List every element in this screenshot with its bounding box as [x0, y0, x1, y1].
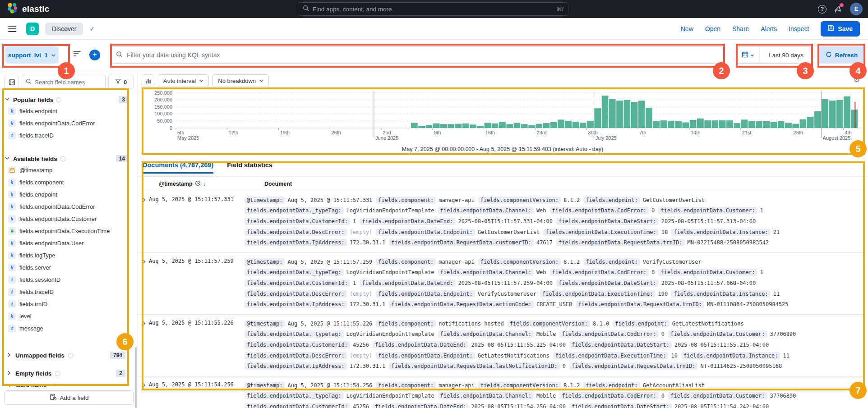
- field-chip[interactable]: fields.endpoint:: [583, 258, 640, 266]
- field-chip[interactable]: fields.endpointData.ExecutionTime:: [543, 229, 659, 236]
- field-chip[interactable]: fields.endpointData.RequestData.customer…: [389, 239, 534, 246]
- field-chip[interactable]: fields.endpointData._typeTag:: [245, 269, 344, 276]
- expand-row-button[interactable]: [138, 318, 149, 371]
- field-chip[interactable]: fields.endpointData.DateEnd:: [360, 218, 455, 225]
- field-chip[interactable]: fields.endpointData.CodError:: [559, 330, 659, 338]
- action-inspect[interactable]: Inspect: [789, 25, 809, 32]
- refresh-button[interactable]: Refresh: [818, 46, 865, 64]
- field-chip[interactable]: fields.endpointData.DescError:: [245, 352, 347, 359]
- field-chip[interactable]: fields.endpointData.Endpoint:: [376, 352, 475, 359]
- field-chip[interactable]: fields.endpointData.DateStart:: [569, 403, 672, 408]
- field-chip[interactable]: fields.componentVersion:: [478, 382, 561, 389]
- field-chip[interactable]: fields.componentVersion:: [478, 197, 561, 204]
- date-picker[interactable]: Last 90 days: [736, 46, 813, 64]
- field-chip[interactable]: fields.endpointData.RequestData.actionCo…: [389, 301, 534, 308]
- field-chip[interactable]: fields.component:: [376, 197, 436, 204]
- user-avatar[interactable]: E: [850, 3, 863, 15]
- field-group-empty-fields[interactable]: Empty fields2: [5, 364, 129, 382]
- field-chip[interactable]: fields.endpointData.Customer:: [668, 330, 767, 338]
- field-item[interactable]: kfields.endpointData.CodError: [5, 117, 129, 129]
- field-item[interactable]: kfields.endpoint: [5, 105, 129, 117]
- expand-row-button[interactable]: [138, 257, 149, 310]
- field-chip[interactable]: @timestamp:: [245, 320, 285, 327]
- field-search-input[interactable]: [35, 79, 89, 86]
- field-chip[interactable]: fields.endpointData.CustomerId:: [245, 403, 350, 408]
- global-search-input[interactable]: Find apps, content, and more. ⌘/: [298, 2, 568, 16]
- field-chip[interactable]: fields.endpointData.Channel:: [438, 330, 534, 338]
- field-chip[interactable]: fields.endpoint:: [583, 197, 640, 204]
- field-chip[interactable]: fields.endpointData.RequestData.trnID:: [576, 301, 704, 308]
- field-item[interactable]: kfields.endpointData.Customer: [5, 213, 129, 225]
- field-item[interactable]: tfields.traceID: [5, 129, 129, 142]
- tab-documents[interactable]: Documents (4,787,269): [143, 161, 213, 174]
- filter-icon[interactable]: [74, 51, 81, 56]
- add-field-button[interactable]: Add a field: [5, 390, 134, 405]
- field-item[interactable]: tfields.sessionID: [5, 274, 129, 286]
- field-chip[interactable]: fields.endpointData._typeTag:: [245, 207, 344, 214]
- kql-query-bar[interactable]: [110, 46, 724, 64]
- field-item[interactable]: tmessage: [5, 322, 129, 335]
- interval-dropdown[interactable]: Auto interval: [158, 74, 209, 87]
- field-group-unmapped-fields[interactable]: Unmapped fields794: [5, 346, 129, 364]
- action-alerts[interactable]: Alerts: [761, 25, 777, 32]
- field-group-header-available-fields[interactable]: Available fields14: [5, 155, 129, 163]
- field-chip[interactable]: fields.endpointData.CodError:: [559, 392, 659, 399]
- field-chip[interactable]: fields.endpointData.Channel:: [438, 392, 534, 399]
- filter-by-type-button[interactable]: 0: [108, 75, 134, 89]
- field-chip[interactable]: fields.endpointData.CustomerId:: [245, 280, 350, 287]
- field-item[interactable]: tfields.trnID: [5, 298, 129, 310]
- field-chip[interactable]: @timestamp:: [245, 382, 285, 389]
- collapse-sidebar-button[interactable]: [5, 75, 19, 89]
- field-chip[interactable]: fields.endpointData.Instance:: [671, 290, 771, 298]
- discover-app-badge[interactable]: D: [26, 23, 39, 35]
- action-open[interactable]: Open: [705, 25, 720, 32]
- field-item[interactable]: kfields.server: [5, 261, 129, 274]
- field-chip[interactable]: fields.endpointData.DateStart:: [556, 280, 659, 287]
- field-chip[interactable]: fields.componentVersion:: [478, 258, 561, 266]
- field-chip[interactable]: fields.endpointData.RequestData.trnID:: [556, 239, 685, 246]
- field-chip[interactable]: fields.component:: [376, 382, 436, 389]
- histogram[interactable]: 050,000100,000150,000200,000250,0005th12…: [139, 87, 866, 146]
- field-chip[interactable]: fields.endpointData.DescError:: [245, 290, 347, 298]
- field-chip[interactable]: fields.endpointData.Channel:: [438, 207, 534, 214]
- field-chip[interactable]: fields.endpointData.RequestData.lastNoti…: [389, 362, 559, 370]
- elastic-logo[interactable]: elastic: [0, 2, 50, 16]
- field-chip[interactable]: fields.endpointData.IpAddress:: [245, 239, 347, 246]
- field-chip[interactable]: fields.componentVersion:: [508, 320, 590, 327]
- field-item[interactable]: kfields.component: [5, 176, 129, 188]
- help-icon[interactable]: ?: [818, 5, 826, 14]
- field-chip[interactable]: fields.endpointData.CustomerId:: [245, 218, 350, 225]
- tab-field-statistics[interactable]: Field statistics: [227, 161, 272, 174]
- field-item[interactable]: kfields.endpointData.User: [5, 237, 129, 249]
- expand-row-button[interactable]: [138, 380, 149, 408]
- field-chip[interactable]: fields.endpointData.Customer:: [658, 207, 757, 214]
- timestamp-column-header[interactable]: @timestamp: [159, 181, 193, 187]
- field-chip[interactable]: fields.endpointData.DateEnd:: [373, 403, 468, 408]
- gear-icon[interactable]: ⚙: [854, 76, 860, 83]
- field-item[interactable]: klevel: [5, 310, 129, 322]
- field-chip[interactable]: fields.endpointData.Instance:: [671, 229, 771, 236]
- add-filter-button[interactable]: +: [89, 50, 100, 60]
- field-group-header-popular-fields[interactable]: Popular fields3: [5, 96, 129, 104]
- field-search-box[interactable]: [22, 75, 106, 89]
- announcements-icon[interactable]: [834, 5, 843, 14]
- data-view-picker[interactable]: support_lvl_1: [5, 46, 59, 64]
- expand-row-button[interactable]: [138, 195, 149, 248]
- field-group-meta-fields[interactable]: Meta fields: [5, 382, 129, 387]
- field-item[interactable]: @timestamp: [5, 164, 129, 176]
- field-chip[interactable]: fields.endpointData.IpAddress:: [245, 301, 347, 308]
- field-chip[interactable]: fields.endpointData.DescError:: [245, 229, 347, 236]
- field-chip[interactable]: fields.endpointData.RequestData.trnID:: [569, 362, 698, 370]
- kql-input[interactable]: [127, 51, 718, 59]
- field-chip[interactable]: fields.endpointData.DateStart:: [569, 341, 672, 348]
- field-chip[interactable]: fields.endpointData.DateEnd:: [360, 280, 455, 287]
- field-chip[interactable]: fields.endpointData._typeTag:: [245, 392, 344, 399]
- breadcrumb[interactable]: Discover: [45, 23, 83, 35]
- field-chip[interactable]: fields.endpoint:: [613, 320, 669, 327]
- field-chip[interactable]: fields.endpointData.Instance:: [681, 352, 780, 359]
- field-item[interactable]: kfields.endpointData.CodError: [5, 201, 129, 213]
- field-chip[interactable]: @timestamp:: [245, 197, 285, 204]
- field-chip[interactable]: @timestamp:: [245, 258, 285, 266]
- edit-visualization-button[interactable]: [142, 74, 154, 87]
- field-chip[interactable]: fields.endpointData.DateEnd:: [373, 341, 468, 348]
